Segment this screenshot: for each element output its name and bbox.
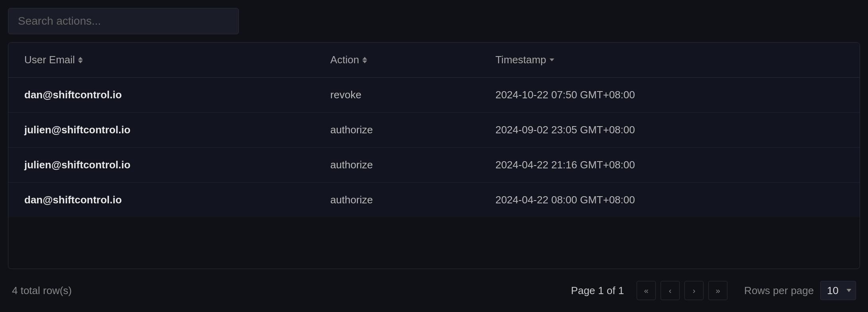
- column-header-action-label: Action: [330, 54, 359, 66]
- table-row: julien@shiftcontrol.ioauthorize2024-04-2…: [8, 148, 860, 183]
- timestamp-cell: 2024-04-22 21:16 GMT+08:00: [479, 148, 860, 183]
- sort-down-icon-timestamp: [549, 58, 554, 61]
- table-row: dan@shiftcontrol.ioauthorize2024-04-22 0…: [8, 183, 860, 218]
- email-cell: julien@shiftcontrol.io: [8, 113, 315, 148]
- action-cell: revoke: [315, 78, 480, 113]
- sort-up-icon: [78, 57, 83, 60]
- sort-up-icon-action: [362, 57, 367, 60]
- table-container: User Email Action: [8, 42, 860, 269]
- rows-per-page-wrapper: Rows per page 10 25 50 100: [744, 281, 856, 300]
- rows-per-page-select[interactable]: 10 25 50 100: [820, 281, 856, 300]
- pagination-controls: Page 1 of 1 « ‹ › » Rows per page 10 25 …: [571, 281, 856, 300]
- action-cell: authorize: [315, 113, 480, 148]
- last-page-button[interactable]: »: [708, 281, 727, 300]
- column-header-email[interactable]: User Email: [8, 43, 315, 78]
- sort-icon-timestamp: [549, 58, 554, 61]
- footer: 4 total row(s) Page 1 of 1 « ‹ › » Rows …: [8, 269, 860, 312]
- timestamp-cell: 2024-10-22 07:50 GMT+08:00: [479, 78, 860, 113]
- email-cell: julien@shiftcontrol.io: [8, 148, 315, 183]
- email-cell: dan@shiftcontrol.io: [8, 183, 315, 218]
- total-rows-label: 4 total row(s): [12, 285, 72, 297]
- sort-icon-email: [78, 57, 83, 63]
- prev-page-button[interactable]: ‹: [661, 281, 680, 300]
- search-input[interactable]: [8, 8, 239, 34]
- sort-down-icon-action: [362, 60, 367, 63]
- search-bar-wrapper: [8, 8, 860, 34]
- sort-down-icon: [78, 60, 83, 63]
- data-table: User Email Action: [8, 43, 860, 217]
- page-info: Page 1 of 1: [571, 285, 624, 297]
- timestamp-cell: 2024-09-02 23:05 GMT+08:00: [479, 113, 860, 148]
- email-cell: dan@shiftcontrol.io: [8, 78, 315, 113]
- column-header-action[interactable]: Action: [315, 43, 480, 78]
- next-page-button[interactable]: ›: [684, 281, 704, 300]
- action-cell: authorize: [315, 148, 480, 183]
- column-header-timestamp[interactable]: Timestamp: [479, 43, 860, 78]
- rows-per-page-label: Rows per page: [744, 285, 814, 297]
- column-header-timestamp-label: Timestamp: [495, 54, 546, 66]
- table-row: julien@shiftcontrol.ioauthorize2024-09-0…: [8, 113, 860, 148]
- action-cell: authorize: [315, 183, 480, 218]
- column-header-email-label: User Email: [24, 54, 75, 66]
- table-row: dan@shiftcontrol.iorevoke2024-10-22 07:5…: [8, 78, 860, 113]
- sort-icon-action: [362, 57, 367, 63]
- table-header-row: User Email Action: [8, 43, 860, 78]
- timestamp-cell: 2024-04-22 08:00 GMT+08:00: [479, 183, 860, 218]
- rows-select-wrapper: 10 25 50 100: [820, 281, 856, 300]
- first-page-button[interactable]: «: [637, 281, 656, 300]
- table-body: dan@shiftcontrol.iorevoke2024-10-22 07:5…: [8, 78, 860, 218]
